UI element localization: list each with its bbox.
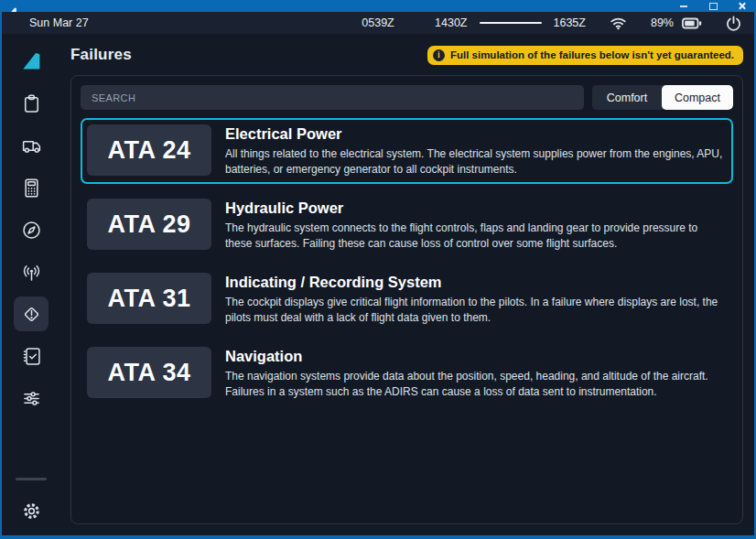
sliders-icon — [19, 386, 44, 411]
view-mode-compact-button[interactable]: Compact — [662, 85, 733, 110]
failures-panel: ComfortCompact ATA 24 Electrical Power A… — [70, 75, 743, 524]
page-title: Failures — [70, 46, 132, 64]
app-icon — [9, 2, 18, 10]
departure-time: 1430Z — [435, 16, 467, 29]
flybywire-logo-icon[interactable] — [14, 44, 49, 79]
sidebar-item-ground[interactable] — [14, 128, 49, 163]
status-date: Sun Mar 27 — [29, 16, 89, 29]
wifi-icon — [610, 16, 627, 30]
sidebar-item-performance[interactable] — [14, 170, 49, 205]
flight-progress-line — [480, 22, 542, 24]
sidebar-item-presets[interactable] — [14, 381, 49, 415]
sidebar-item-dispatch[interactable] — [14, 86, 49, 121]
clipboard-icon — [19, 92, 44, 116]
sidebar-item-checklists[interactable] — [14, 339, 49, 373]
ata-chapter-badge: ATA 24 — [87, 124, 211, 176]
arrival-time: 1635Z — [554, 16, 586, 29]
sidebar — [2, 34, 60, 535]
sidebar-item-atc[interactable] — [14, 254, 49, 289]
warning-badge: i Full simulation of the failures below … — [427, 46, 743, 65]
sidebar-item-failures[interactable] — [14, 296, 49, 331]
failure-category-card[interactable]: ATA 34 Navigation The navigation systems… — [81, 340, 733, 406]
checklist-icon — [19, 344, 44, 369]
failure-category-title: Navigation — [225, 348, 727, 365]
failure-diamond-icon — [19, 302, 44, 327]
failure-category-card[interactable]: ATA 31 Indicating / Recording System The… — [81, 266, 733, 332]
failure-category-title: Indicating / Recording System — [225, 274, 727, 291]
search-input[interactable] — [81, 85, 584, 110]
gear-icon — [19, 499, 44, 523]
failure-category-title: Electrical Power — [225, 125, 727, 143]
view-mode-toggle: ComfortCompact — [592, 85, 733, 110]
ata-chapter-badge: ATA 34 — [87, 347, 211, 398]
sidebar-divider — [16, 478, 47, 480]
info-icon: i — [433, 49, 445, 61]
ata-chapter-badge: ATA 29 — [87, 199, 211, 250]
failure-category-description: The cockpit displays give critical fligh… — [225, 295, 727, 326]
logo-icon — [19, 49, 44, 74]
window-minimize-button[interactable] — [679, 2, 688, 10]
failure-category-card[interactable]: ATA 24 Electrical Power All things relat… — [81, 118, 733, 184]
failure-category-description: All things related to the electrical sys… — [225, 146, 727, 178]
truck-icon — [19, 134, 44, 158]
window-maximize-button[interactable] — [708, 2, 718, 10]
ata-chapter-badge: ATA 31 — [87, 273, 211, 324]
view-mode-comfort-button[interactable]: Comfort — [592, 85, 662, 110]
failure-category-card[interactable]: ATA 29 Hydraulic Power The hydraulic sys… — [81, 192, 733, 258]
antenna-icon — [19, 260, 44, 285]
sidebar-item-settings[interactable] — [14, 493, 49, 528]
failures-list: ATA 24 Electrical Power All things relat… — [81, 118, 733, 406]
battery-icon — [682, 17, 702, 29]
battery-percent: 89% — [651, 16, 674, 29]
status-utc-time: 0539Z — [362, 16, 394, 29]
power-icon[interactable] — [726, 16, 741, 31]
sidebar-item-navigation[interactable] — [14, 212, 49, 247]
warning-badge-text: Full simulation of the failures below is… — [450, 49, 734, 60]
failure-category-description: The navigation systems provide data abou… — [225, 369, 727, 400]
calculator-icon — [19, 176, 44, 200]
window-close-button[interactable] — [738, 2, 747, 10]
window-titlebar — [2, 0, 754, 12]
failure-category-title: Hydraulic Power — [225, 199, 727, 217]
status-bar: Sun Mar 27 0539Z 1430Z 1635Z 89% — [2, 12, 754, 34]
compass-icon — [19, 218, 44, 243]
failure-category-description: The hydraulic system connects to the fli… — [225, 221, 727, 252]
